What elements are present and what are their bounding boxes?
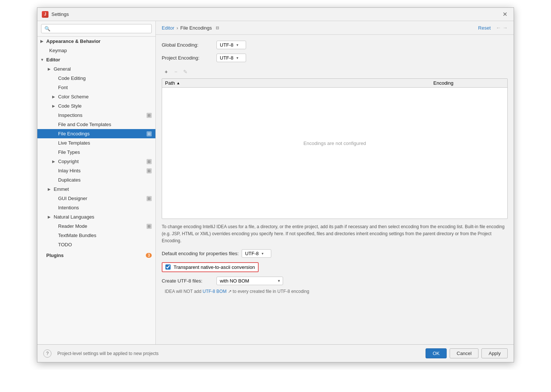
sidebar-item-copyright[interactable]: ▶ Copyright ⊟ — [37, 157, 155, 166]
sidebar: ▶ Appearance & Behavior Keymap ▼ Editor … — [37, 21, 156, 344]
settings-badge: ⊟ — [147, 113, 152, 118]
sidebar-item-file-code-templates[interactable]: File and Code Templates — [37, 120, 155, 129]
sidebar-item-editor[interactable]: ▼ Editor — [37, 55, 155, 64]
sidebar-item-code-editing[interactable]: Code Editing — [37, 74, 155, 83]
sidebar-item-textmate-bundles[interactable]: TextMate Bundles — [37, 231, 155, 240]
footer-status-text: Project-level settings will be applied t… — [57, 351, 423, 356]
add-encoding-button[interactable]: + — [162, 67, 171, 76]
title-bar: J Settings ✕ — [37, 8, 514, 21]
sidebar-item-label: Emmet — [54, 186, 152, 192]
default-encoding-dropdown[interactable]: UTF-8 ▾ — [242, 249, 271, 258]
sidebar-item-label: Code Style — [58, 103, 152, 109]
sidebar-item-label: File Encodings — [58, 131, 145, 136]
expand-arrow — [52, 85, 57, 89]
encoding-table: Path ▲ Encoding Encodings are not config… — [162, 78, 508, 219]
expand-arrow — [52, 178, 57, 182]
sidebar-item-label: TODO — [58, 242, 152, 247]
encoding-info-text: To change encoding IntelliJ IDEA uses fo… — [162, 223, 508, 245]
sidebar-item-label: Live Templates — [58, 140, 152, 146]
sidebar-item-label: Plugins — [46, 253, 144, 258]
transparent-checkbox[interactable] — [165, 264, 171, 270]
apply-button[interactable]: Apply — [481, 348, 508, 358]
expand-arrow: ▶ — [52, 104, 57, 108]
sidebar-item-label: Copyright — [58, 159, 145, 164]
close-button[interactable]: ✕ — [500, 10, 509, 19]
sidebar-item-duplicates[interactable]: Duplicates — [37, 175, 155, 185]
global-encoding-dropdown[interactable]: UTF-8 ▾ — [216, 41, 246, 49]
expand-arrow: ▶ — [48, 187, 52, 191]
bom-link[interactable]: UTF-8 BOM — [202, 289, 226, 294]
sidebar-item-plugins[interactable]: Plugins 3 — [37, 251, 155, 260]
plugins-count-badge: 3 — [146, 253, 152, 258]
panel-body: Global Encoding: UTF-8 ▾ Project Encodin… — [156, 35, 514, 344]
sidebar-item-reader-mode[interactable]: Reader Mode ⊟ — [37, 222, 155, 231]
expand-arrow — [52, 113, 57, 117]
sidebar-item-emmet[interactable]: ▶ Emmet — [37, 185, 155, 194]
cancel-button[interactable]: Cancel — [450, 348, 478, 358]
sidebar-item-color-scheme[interactable]: ▶ Color Scheme — [37, 92, 155, 101]
sidebar-item-gui-designer[interactable]: GUI Designer ⊟ — [37, 194, 155, 203]
nav-forward-button[interactable]: → — [503, 25, 508, 31]
sidebar-item-natural-languages[interactable]: ▶ Natural Languages — [37, 212, 155, 222]
pin-icon[interactable]: ⊟ — [216, 26, 219, 30]
sidebar-item-label: Duplicates — [58, 177, 152, 183]
remove-encoding-button[interactable]: − — [171, 67, 180, 76]
sidebar-item-inlay-hints[interactable]: Inlay Hints ⊟ — [37, 166, 155, 175]
sidebar-item-keymap[interactable]: Keymap — [37, 46, 155, 55]
sidebar-item-code-style[interactable]: ▶ Code Style — [37, 101, 155, 111]
breadcrumb-editor[interactable]: Editor — [162, 25, 174, 31]
create-utf8-label: Create UTF-8 files: — [162, 278, 214, 284]
global-encoding-label: Global Encoding: — [162, 42, 214, 48]
project-encoding-value: UTF-8 — [220, 55, 233, 61]
search-input[interactable] — [41, 24, 152, 33]
expand-arrow: ▶ — [40, 39, 45, 43]
panel-header: Editor › File Encodings ⊟ Reset ← → — [156, 21, 514, 35]
sidebar-item-intentions[interactable]: Intentions — [37, 203, 155, 212]
sidebar-item-label: Color Scheme — [58, 94, 152, 99]
reset-button[interactable]: Reset — [478, 25, 491, 31]
sidebar-item-file-encodings[interactable]: File Encodings ⊟ — [37, 129, 155, 138]
default-encoding-row: Default encoding for properties files: U… — [162, 249, 508, 258]
expand-arrow — [52, 196, 57, 200]
table-empty-message: Encodings are not configured — [162, 88, 507, 199]
project-encoding-dropdown[interactable]: UTF-8 ▾ — [216, 54, 246, 62]
expand-arrow — [40, 253, 45, 257]
sidebar-item-file-types[interactable]: File Types — [37, 148, 155, 157]
expand-arrow — [52, 243, 57, 247]
ok-button[interactable]: OK — [426, 348, 447, 358]
sidebar-item-todo[interactable]: TODO — [37, 240, 155, 249]
expand-arrow: ▶ — [48, 215, 52, 219]
nav-back-button[interactable]: ← — [496, 25, 501, 31]
main-content: ▶ Appearance & Behavior Keymap ▼ Editor … — [37, 21, 514, 344]
sidebar-item-label: Inspections — [58, 112, 145, 118]
transparent-label: Transparent native-to-ascii conversion — [174, 264, 255, 270]
sidebar-item-general[interactable]: ▶ General — [37, 64, 155, 74]
default-enc-label: Default encoding for properties files: — [162, 251, 239, 256]
expand-arrow: ▶ — [52, 159, 57, 163]
create-utf8-select-wrapper: with BOM with NO BOM with BOM if needed — [216, 277, 283, 285]
expand-arrow — [43, 48, 48, 53]
sidebar-item-label: Appearance & Behavior — [46, 38, 152, 44]
expand-arrow — [52, 169, 57, 173]
sort-arrow-icon: ▲ — [177, 81, 180, 85]
sidebar-item-appearance[interactable]: ▶ Appearance & Behavior — [37, 37, 155, 46]
expand-arrow: ▼ — [40, 58, 45, 62]
sidebar-item-label: Font — [58, 85, 152, 90]
settings-badge: ⊟ — [147, 224, 152, 229]
sidebar-item-label: File Types — [58, 149, 152, 155]
expand-arrow — [52, 76, 57, 80]
edit-encoding-button[interactable]: ✎ — [181, 67, 190, 76]
right-panel: Editor › File Encodings ⊟ Reset ← → Glob… — [156, 21, 514, 344]
expand-arrow — [52, 233, 57, 237]
create-utf8-select[interactable]: with BOM with NO BOM with BOM if needed — [216, 277, 283, 285]
table-header: Path ▲ Encoding — [162, 79, 507, 88]
sidebar-item-inspections[interactable]: Inspections ⊟ — [37, 111, 155, 120]
sidebar-item-live-templates[interactable]: Live Templates — [37, 138, 155, 148]
sidebar-item-label: File and Code Templates — [58, 122, 152, 127]
app-icon: J — [42, 11, 48, 18]
default-enc-value: UTF-8 — [245, 251, 259, 256]
dropdown-arrow-icon: ▾ — [262, 251, 263, 256]
sidebar-item-font[interactable]: Font — [37, 83, 155, 92]
help-button[interactable]: ? — [43, 349, 51, 358]
sidebar-item-label: Editor — [46, 57, 152, 62]
